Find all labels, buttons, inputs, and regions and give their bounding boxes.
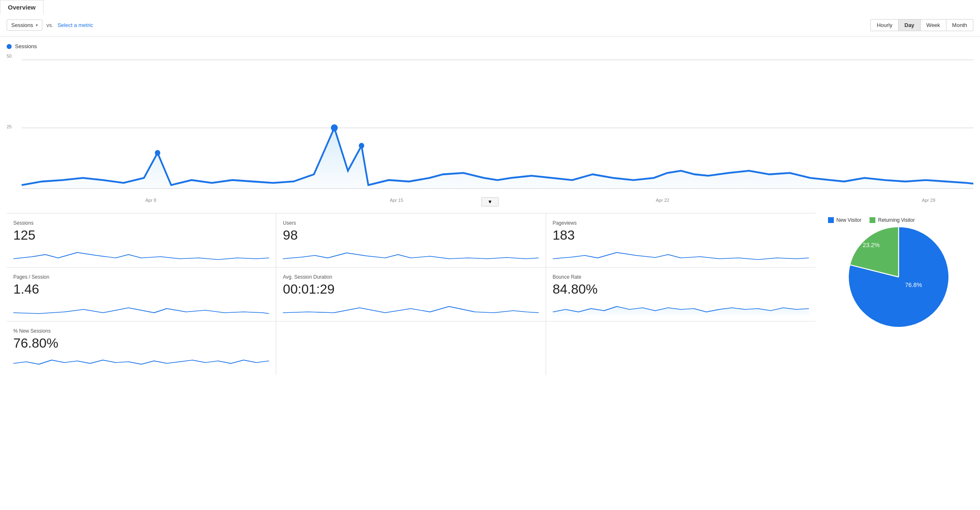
pie-legend: New Visitor Returning Visitor bbox=[824, 217, 915, 223]
sparkline-pages-session bbox=[13, 300, 269, 317]
time-buttons: Hourly Day Week Month bbox=[870, 19, 973, 31]
metric-bounce-rate-name: Bounce Rate bbox=[553, 274, 809, 280]
empty-cell-1 bbox=[276, 321, 546, 375]
pie-legend-new-visitor: New Visitor bbox=[828, 217, 861, 223]
metric-pages-session-value: 1.46 bbox=[13, 282, 269, 297]
svg-text:23.2%: 23.2% bbox=[863, 242, 880, 248]
metric-new-sessions-name: % New Sessions bbox=[13, 328, 269, 334]
left-controls: Sessions ▾ vs. Select a metric bbox=[7, 20, 93, 31]
pie-chart: 76.8% 23.2% bbox=[849, 227, 948, 327]
metric-users-value: 98 bbox=[283, 228, 539, 243]
metric-avg-duration-name: Avg. Session Duration bbox=[283, 274, 539, 280]
main-chart bbox=[22, 53, 973, 196]
sparkline-pageviews bbox=[553, 246, 809, 263]
metric-users-name: Users bbox=[283, 220, 539, 226]
y-label-50: 50 bbox=[7, 54, 22, 59]
sparkline-bounce-rate bbox=[553, 300, 809, 317]
new-visitor-color bbox=[828, 217, 834, 223]
hourly-button[interactable]: Hourly bbox=[870, 19, 899, 31]
title-tab: Overview bbox=[0, 0, 44, 14]
metric-sessions: Sessions 125 bbox=[7, 213, 276, 267]
pie-section: New Visitor Returning Visitor 76.8% bbox=[816, 213, 973, 375]
sessions-legend-label: Sessions bbox=[15, 43, 37, 49]
svg-point-3 bbox=[155, 150, 160, 156]
sparkline-avg-duration bbox=[283, 300, 539, 317]
metric-pageviews: Pageviews 183 bbox=[546, 213, 816, 267]
select-metric-link[interactable]: Select a metric bbox=[57, 22, 93, 28]
returning-visitor-color bbox=[870, 217, 875, 223]
metric-sessions-name: Sessions bbox=[13, 220, 269, 226]
page-wrapper: Overview Sessions ▾ vs. Select a metric … bbox=[0, 0, 980, 375]
sparkline-sessions bbox=[13, 246, 269, 263]
pie-legend-returning-visitor: Returning Visitor bbox=[870, 217, 915, 223]
metric-pages-session: Pages / Session 1.46 bbox=[7, 267, 276, 321]
returning-visitor-label: Returning Visitor bbox=[878, 217, 915, 223]
day-button[interactable]: Day bbox=[898, 19, 921, 31]
metric-pages-session-name: Pages / Session bbox=[13, 274, 269, 280]
metric-users: Users 98 bbox=[276, 213, 546, 267]
metric-sessions-value: 125 bbox=[13, 228, 269, 243]
sessions-legend-dot bbox=[7, 44, 12, 49]
metrics-left: Sessions 125 Users 98 bbox=[7, 213, 816, 375]
metric-pageviews-name: Pageviews bbox=[553, 220, 809, 226]
svg-text:76.8%: 76.8% bbox=[905, 282, 922, 288]
sparkline-new-sessions bbox=[13, 354, 269, 371]
month-button[interactable]: Month bbox=[946, 19, 973, 31]
chart-legend: Sessions bbox=[7, 43, 973, 49]
x-label-apr8: Apr 8 bbox=[145, 198, 156, 203]
week-button[interactable]: Week bbox=[920, 19, 946, 31]
metrics-section: Sessions 125 Users 98 bbox=[0, 213, 980, 375]
sparkline-users bbox=[283, 246, 539, 263]
svg-point-5 bbox=[359, 143, 364, 149]
metrics-grid-top: Sessions 125 Users 98 bbox=[7, 213, 816, 321]
dropdown-arrow-icon: ▾ bbox=[36, 23, 38, 27]
metric-new-sessions: % New Sessions 76.80% bbox=[7, 321, 276, 375]
new-visitor-label: New Visitor bbox=[836, 217, 861, 223]
metric-bounce-rate: Bounce Rate 84.80% bbox=[546, 267, 816, 321]
top-controls: Sessions ▾ vs. Select a metric Hourly Da… bbox=[0, 14, 980, 37]
svg-point-4 bbox=[331, 124, 338, 131]
metric-bounce-rate-value: 84.80% bbox=[553, 282, 809, 297]
x-label-apr22: Apr 22 bbox=[656, 198, 669, 203]
y-label-25: 25 bbox=[7, 124, 22, 129]
page-title: Overview bbox=[8, 4, 36, 11]
metric-new-sessions-value: 76.80% bbox=[13, 336, 269, 351]
chart-section: Sessions 50 25 bbox=[0, 37, 980, 196]
empty-cell-2 bbox=[546, 321, 816, 375]
metric-dropdown-label: Sessions bbox=[11, 22, 33, 28]
x-label-apr29: Apr 29 bbox=[922, 198, 935, 203]
vs-text: vs. bbox=[47, 22, 54, 28]
metric-dropdown[interactable]: Sessions ▾ bbox=[7, 20, 42, 31]
metric-pageviews-value: 183 bbox=[553, 228, 809, 243]
metric-avg-duration-value: 00:01:29 bbox=[283, 282, 539, 297]
x-label-apr15: Apr 15 bbox=[390, 198, 403, 203]
metric-avg-duration: Avg. Session Duration 00:01:29 bbox=[276, 267, 546, 321]
new-sessions-row: % New Sessions 76.80% bbox=[7, 321, 816, 375]
